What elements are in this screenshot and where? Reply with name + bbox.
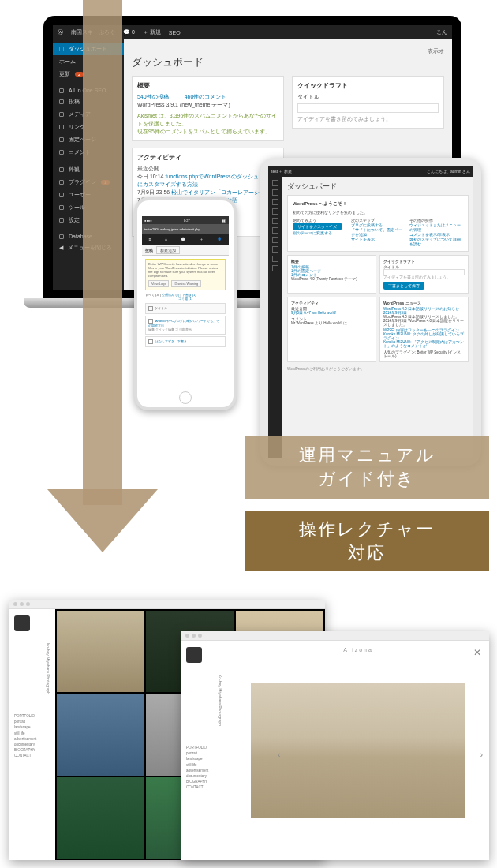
wp-admin-bar[interactable]: test ＋ 新規 こんにちは、admin さん [268,166,473,177]
portfolio-logo-icon[interactable] [186,647,202,663]
draft-title-input[interactable] [383,269,465,275]
add-page-link[interactable]: 「サイトについて」固定ページを追加 [351,227,405,237]
traffic-light-icon[interactable] [26,602,30,606]
tools-icon[interactable] [272,256,278,262]
nav-portfolio[interactable]: PORTFOLIO [14,713,50,719]
welcome-panel: WordPress へようこそ ! 初めての方に便利なリンクを集めました。 始め… [287,195,469,252]
nav-biography[interactable]: BIOGRAPHY [186,779,222,784]
next-icon[interactable]: › [480,750,483,759]
activity-item[interactable]: にカスタマイズする方法 [137,181,278,189]
gallery-thumb[interactable] [57,611,144,692]
home-icon[interactable]: ⌂ [165,237,167,241]
page-title: ダッシュボード [132,55,444,69]
quickdraft-heading: クイックドラフト [297,81,439,90]
close-icon[interactable]: ✕ [473,647,481,658]
screen-options-tab[interactable]: 表示オ [132,47,444,55]
new-post-button[interactable]: 新規追加 [156,246,180,254]
select-all-checkbox[interactable] [148,306,153,311]
nav-documentary[interactable]: documentary [186,773,222,779]
nav-biography[interactable]: BIOGRAPHY [14,747,50,753]
draft-title-label: タイトル [297,93,439,101]
portfolio-logo-icon[interactable] [14,615,30,631]
overview-widget: 概要 1件の投稿 1件の固定ページ 1件のコメント WordPress 4.0 … [287,255,376,294]
save-draft-button[interactable]: 下書きとして保存 [383,282,424,290]
tablet-greeting[interactable]: こんにちは、admin さん [427,169,470,174]
posts-tab[interactable]: 投稿 [145,248,153,253]
dismiss-button[interactable]: Dismiss Warning [171,280,201,287]
pages-icon[interactable] [272,208,278,215]
quickdraft-widget: クイックドラフト タイトル アイディアを書き留めてみましょう。 [292,76,444,129]
view-logs-button[interactable]: View Logs [148,280,169,287]
dashboard-icon[interactable] [272,180,278,186]
lightbox-image [251,683,465,818]
nav-contact[interactable]: CONTACT [186,784,222,790]
activity-item[interactable]: 7月9日 23:56 松山でイタリアン「ロカーレアーシャ [137,189,278,196]
traffic-light-icon[interactable] [20,602,24,606]
photographer-name: Ko-hey Miyahara Photograph [186,675,222,738]
nav-landscape[interactable]: landscape [14,724,50,730]
nav-portrait[interactable]: portrait [186,750,222,756]
wp-admin-tablet: test ＋ 新規 こんにちは、admin さん ダッシュボード WordPre… [268,166,473,458]
traffic-light-icon[interactable] [198,634,202,638]
change-theme-link[interactable]: 別のテーマに変更する [293,230,346,235]
activity-item[interactable]: 今日 10:14 functions.phpでWordPressのダッシュ [137,173,278,181]
user-icon[interactable]: 👤 [217,237,222,241]
add-icon[interactable]: ＋ [200,237,204,241]
filter-all[interactable]: すべて (3) [145,293,159,297]
seo-menu[interactable]: SEO [169,30,181,36]
greeting[interactable]: こん [436,28,447,36]
nav-landscape[interactable]: landscape [186,756,222,761]
recent-published-label: 最近公開 [137,165,278,173]
overview-heading: 概要 [137,81,278,90]
akismet-line1: Akismet は、3,396件のスパムコメントからあなたのサイトを保護しました… [137,112,278,128]
wp-main-content: ダッシュボード WordPress へようこそ ! 初めての方に便利なリンクを集… [282,177,473,458]
gallery-thumb[interactable] [57,777,144,859]
settings-icon[interactable] [272,265,278,271]
tablet-site[interactable]: test ＋ 新規 [271,169,292,174]
tablet-mockup: test ＋ 新規 こんにちは、admin さん ダッシュボード WordPre… [260,158,481,466]
menu-icon[interactable]: ≡ [149,237,151,241]
nav-portfolio[interactable]: PORTFOLIO [186,745,222,750]
table-header: タイトル [145,303,226,314]
filter-published[interactable]: 公開済み (2) [162,293,179,297]
nav-advertisement[interactable]: advertisement [14,736,50,742]
filter-trash[interactable]: ゴミ箱 (1) [145,297,226,301]
nav-portrait[interactable]: portrait [14,719,50,724]
view-site-link[interactable]: サイトを表示 [351,237,405,241]
battery-icon: ▮▮▯ [222,219,226,223]
wp-admin-bar[interactable]: ≡ ⌂ 💬 ＋ 👤 [142,234,229,245]
post-filter: すべて (3) | 公開済み (2) | 下書き (1) ゴミ箱 (1) [145,293,226,301]
prev-icon[interactable]: ‹ [278,750,280,759]
nav-documentary[interactable]: documentary [14,742,50,747]
plugins-icon[interactable] [272,237,278,243]
comments-icon[interactable] [272,218,278,224]
gallery-thumb[interactable] [57,694,144,775]
media-icon[interactable] [272,199,278,205]
home-button[interactable] [179,391,192,404]
browser-url-bar[interactable]: tester2004.wpblog.jp/wp-admin/edit.php [142,224,229,234]
activity-widget: アクティビティ 最近公開 9月5日 6:47 am Hello world! コ… [287,297,376,362]
post-row[interactable]: はなしすずき - 下書き [145,336,226,347]
traffic-light-icon[interactable] [13,602,17,606]
widgets-link[interactable]: ウィジェットまたはメニューの管理 [409,223,463,232]
nav-contact[interactable]: CONTACT [14,753,50,758]
posts-tabs: 投稿 新規追加 [142,245,229,256]
traffic-light-icon[interactable] [192,634,196,638]
appearance-icon[interactable] [272,227,278,234]
traffic-light-icon[interactable] [185,634,189,638]
draft-title-input[interactable] [297,103,439,113]
users-icon[interactable] [272,246,278,253]
customize-button[interactable]: サイトをカスタマイズ [293,223,342,230]
post-row[interactable]: AndroidやPCブログに8桁パスワードでも、その回避方法 編集 クイック編集… [145,316,226,335]
nav-advertisement[interactable]: advertisement [186,768,222,773]
learn-more-link[interactable]: 最初のステップについて詳細を読む [409,237,463,246]
comments-count[interactable]: 460件のコメント [185,93,227,101]
nav-stilllife[interactable]: still life [186,762,222,768]
draft-content-placeholder[interactable]: アイディアを書き留めてみましょう。 [297,115,439,123]
comment-icon[interactable]: 💬 [181,237,185,241]
posts-icon[interactable] [272,189,278,196]
image-title: Arizona [343,647,373,653]
manual-guide-label: 運用マニュアルガイド付き [245,436,489,499]
row-checkbox[interactable] [148,339,153,344]
nav-stilllife[interactable]: still life [14,731,50,736]
